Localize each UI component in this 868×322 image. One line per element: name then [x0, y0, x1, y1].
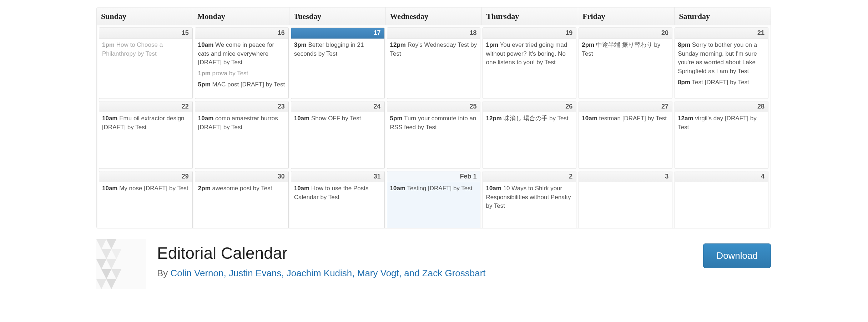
day-header-tuesday: Tuesday — [289, 7, 386, 25]
calendar-cell[interactable]: 2612pm 味消し 場合の手 by Test — [483, 101, 576, 169]
calendar-date: 20 — [579, 28, 672, 39]
calendar-date: 25 — [387, 101, 480, 112]
day-header-sunday: Sunday — [97, 7, 193, 25]
calendar-cell-body: 10am We come in peace for cats and mice … — [195, 39, 288, 99]
calendar-cell[interactable]: 2310am como amaestrar burros [DRAFT] by … — [195, 101, 289, 169]
day-header-wednesday: Wednesday — [386, 7, 482, 25]
calendar-cell[interactable]: 2812am virgil's day [DRAFT] by Test — [675, 101, 768, 169]
calendar-entry[interactable]: 2pm awesome post by Test — [198, 184, 286, 193]
plugin-authors: By Colin Vernon, Justin Evans, Joachim K… — [157, 268, 692, 279]
entry-time: 10am — [198, 41, 213, 48]
calendar-entry[interactable]: 1pm You ever tried going mad without pow… — [486, 41, 573, 67]
calendar-cell[interactable]: 2410am Show OFF by Test — [291, 101, 385, 169]
calendar-entry[interactable]: 5pm Turn your commute into an RSS feed b… — [390, 114, 478, 132]
calendar-banner: Sunday Monday Tuesday Wednesday Thursday… — [96, 7, 771, 228]
calendar-grid: 151pm How to Choose a Philanthropy by Te… — [97, 25, 771, 228]
calendar-entry[interactable]: 10am Testing [DRAFT] by Test — [390, 184, 478, 193]
calendar-cell-body: 12pm Roy's Wednesday Test by Test — [387, 39, 480, 99]
entry-time: 3pm — [294, 41, 307, 48]
entry-time: 8pm — [678, 41, 690, 48]
calendar-entry[interactable]: 12pm Roy's Wednesday Test by Test — [390, 41, 478, 58]
entry-time: 10am — [294, 185, 309, 192]
calendar-entry[interactable]: 10am Show OFF by Test — [294, 114, 382, 123]
calendar-cell[interactable]: 3110am How to use the Posts Calendar by … — [291, 171, 385, 228]
calendar-cell[interactable]: 2910am My nose [DRAFT] by Test — [99, 171, 193, 228]
calendar-cell[interactable]: 151pm How to Choose a Philanthropy by Te… — [99, 27, 193, 99]
calendar-cell[interactable]: 218pm Sorry to bother you on a Sunday mo… — [675, 27, 768, 99]
calendar-entry[interactable]: 10am How to use the Posts Calendar by Te… — [294, 184, 382, 202]
calendar-cell[interactable]: Feb 110am Testing [DRAFT] by Test — [387, 171, 481, 228]
entry-time: 10am — [102, 115, 117, 122]
calendar-entry[interactable]: 10am We come in peace for cats and mice … — [198, 41, 286, 67]
calendar-cell-body: 1pm You ever tried going mad without pow… — [483, 39, 576, 99]
day-header-saturday: Saturday — [675, 7, 771, 25]
authors-link[interactable]: Colin Vernon, Justin Evans, Joachim Kudi… — [171, 268, 486, 278]
calendar-date: 4 — [675, 171, 768, 182]
calendar-entry[interactable]: 8pm Test [DRAFT] by Test — [678, 78, 765, 87]
calendar-date: 19 — [483, 28, 576, 39]
calendar-entry[interactable]: 10am testman [DRAFT] by Test — [582, 114, 669, 123]
calendar-date: 31 — [291, 171, 384, 182]
entry-time: 1pm — [198, 70, 211, 77]
calendar-entry[interactable]: 12am virgil's day [DRAFT] by Test — [678, 114, 765, 132]
calendar-entry[interactable]: 1pm How to Choose a Philanthropy by Test — [102, 41, 190, 58]
calendar-date: 17 — [291, 28, 384, 39]
calendar-date: 21 — [675, 28, 768, 39]
calendar-cell[interactable]: 3 — [579, 171, 672, 228]
calendar-entry[interactable]: 3pm Better blogging in 21 seconds by Tes… — [294, 41, 382, 58]
calendar-cell-body: 2pm 中途半端 振り替わり by Test — [579, 39, 672, 99]
entry-time: 10am — [294, 115, 309, 122]
plugin-title: Editorial Calendar — [157, 243, 692, 263]
calendar-cell[interactable]: 302pm awesome post by Test — [195, 171, 289, 228]
day-header-friday: Friday — [578, 7, 675, 25]
calendar-entry[interactable]: 10am como amaestrar burros [DRAFT] by Te… — [198, 114, 286, 132]
calendar-cell-body: 2pm awesome post by Test — [195, 182, 288, 228]
calendar-entry[interactable]: 2pm 中途半端 振り替わり by Test — [582, 41, 669, 58]
calendar-date: 28 — [675, 101, 768, 112]
calendar-cell[interactable]: 202pm 中途半端 振り替わり by Test — [579, 27, 672, 99]
calendar-cell[interactable]: 2210am Emu oil extractor design [DRAFT] … — [99, 101, 193, 169]
calendar-date: 2 — [483, 171, 576, 182]
calendar-cell[interactable]: 2710am testman [DRAFT] by Test — [579, 101, 672, 169]
calendar-entry[interactable]: 10am 10 Ways to Shirk your Responsibilit… — [486, 184, 573, 211]
entry-time: 12pm — [486, 115, 501, 122]
calendar-cell[interactable]: 1610am We come in peace for cats and mic… — [195, 27, 289, 99]
calendar-entry[interactable]: 10am My nose [DRAFT] by Test — [102, 184, 190, 193]
entry-time: 10am — [198, 115, 213, 122]
calendar-cell-body: 10am testman [DRAFT] by Test — [579, 112, 672, 168]
calendar-cell[interactable]: 1812pm Roy's Wednesday Test by Test — [387, 27, 481, 99]
calendar-cell[interactable]: 4 — [675, 171, 768, 228]
calendar-date: 29 — [99, 171, 192, 182]
calendar-cell-body: 10am 10 Ways to Shirk your Responsibilit… — [483, 182, 576, 228]
calendar-cell-body: 10am Show OFF by Test — [291, 112, 384, 168]
calendar-cell-body: 10am Testing [DRAFT] by Test — [387, 182, 480, 228]
plugin-icon — [96, 239, 146, 289]
entry-time: 5pm — [198, 81, 211, 88]
calendar-date: 26 — [483, 101, 576, 112]
calendar-cell[interactable]: 255pm Turn your commute into an RSS feed… — [387, 101, 481, 169]
calendar-entry[interactable]: 12pm 味消し 場合の手 by Test — [486, 114, 573, 123]
calendar-entry[interactable]: 1pm prova by Test — [198, 69, 286, 78]
calendar-cell-body: 10am Emu oil extractor design [DRAFT] by… — [99, 112, 192, 168]
calendar-entry[interactable]: 5pm MAC post [DRAFT] by Test — [198, 80, 286, 89]
calendar-cell[interactable]: 210am 10 Ways to Shirk your Responsibili… — [483, 171, 576, 228]
calendar-header: Sunday Monday Tuesday Wednesday Thursday… — [97, 7, 771, 25]
calendar-date: 16 — [195, 28, 288, 39]
calendar-cell-body: 12pm 味消し 場合の手 by Test — [483, 112, 576, 168]
plugin-meta: Editorial Calendar By Colin Vernon, Just… — [157, 239, 692, 279]
download-button[interactable]: Download — [703, 243, 771, 268]
calendar-date: 24 — [291, 101, 384, 112]
calendar-cell-body: 5pm Turn your commute into an RSS feed b… — [387, 112, 480, 168]
plugin-footer: Editorial Calendar By Colin Vernon, Just… — [96, 239, 771, 289]
entry-time: 10am — [582, 115, 597, 122]
entry-time: 10am — [102, 185, 117, 192]
entry-time: 12pm — [390, 41, 406, 48]
calendar-entry[interactable]: 10am Emu oil extractor design [DRAFT] by… — [102, 114, 190, 132]
calendar-cell[interactable]: 173pm Better blogging in 21 seconds by T… — [291, 27, 385, 99]
calendar-entry[interactable]: 8pm Sorry to bother you on a Sunday morn… — [678, 41, 765, 76]
calendar-date: Feb 1 — [387, 171, 480, 182]
calendar-cell[interactable]: 191pm You ever tried going mad without p… — [483, 27, 576, 99]
by-label: By — [157, 268, 171, 278]
calendar-date: 18 — [387, 28, 480, 39]
entry-time: 8pm — [678, 79, 690, 86]
